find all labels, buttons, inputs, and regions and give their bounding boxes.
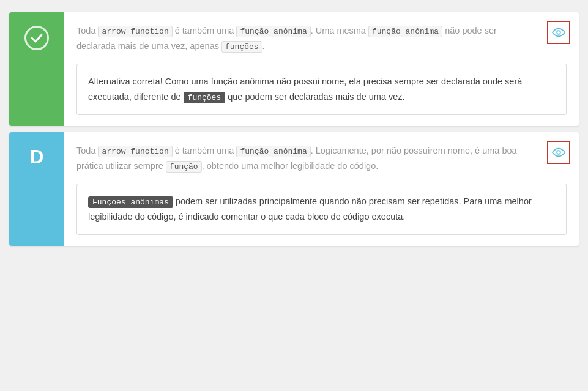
code-funcao-1: função bbox=[166, 161, 202, 173]
eye-icon bbox=[552, 28, 565, 37]
svg-point-0 bbox=[557, 31, 560, 34]
card-correct: Toda arrow function é também uma função … bbox=[9, 12, 579, 126]
card-content-correct: Toda arrow function é também uma função … bbox=[64, 12, 579, 126]
eye-button-correct[interactable] bbox=[547, 21, 570, 44]
eye-icon-d bbox=[552, 147, 565, 157]
code-funcao-anonima-2: função anônima bbox=[368, 26, 442, 37]
card-sidebar-green bbox=[9, 12, 64, 126]
info-box-d: Funções anônimas podem ser utilizadas pr… bbox=[76, 184, 567, 235]
code-funcao-anonima-1: função anônima bbox=[236, 26, 310, 37]
card-sidebar-blue: D bbox=[9, 132, 64, 246]
code-arrow-function-2: arrow function bbox=[98, 146, 172, 157]
main-container: Toda arrow function é também uma função … bbox=[0, 0, 588, 258]
info-box-d-text: Funções anônimas podem ser utilizadas pr… bbox=[88, 194, 555, 225]
code-funcao-anonima-3: função anônima bbox=[236, 146, 310, 157]
info-box-correct: Alternativa correta! Como uma função anô… bbox=[76, 64, 567, 115]
code-funcoes-dark-1: funções bbox=[184, 92, 226, 103]
code-arrow-function-1: arrow function bbox=[98, 26, 172, 37]
check-icon bbox=[24, 26, 49, 50]
card-content-d: Toda arrow function é também uma função … bbox=[64, 132, 579, 246]
svg-point-1 bbox=[557, 151, 560, 154]
card-d: D Toda arrow function é também uma funçã… bbox=[9, 132, 579, 246]
code-funcoes-anonimas-dark: Funções anônimas bbox=[88, 196, 173, 208]
letter-d-label: D bbox=[29, 146, 43, 168]
code-funcoes-1: funções bbox=[221, 41, 262, 53]
card-d-main-text: Toda arrow function é também uma função … bbox=[76, 143, 567, 174]
card-correct-main-text: Toda arrow function é também uma função … bbox=[76, 23, 567, 54]
eye-button-d[interactable] bbox=[547, 141, 570, 164]
info-box-correct-text: Alternativa correta! Como uma função anô… bbox=[88, 74, 555, 105]
